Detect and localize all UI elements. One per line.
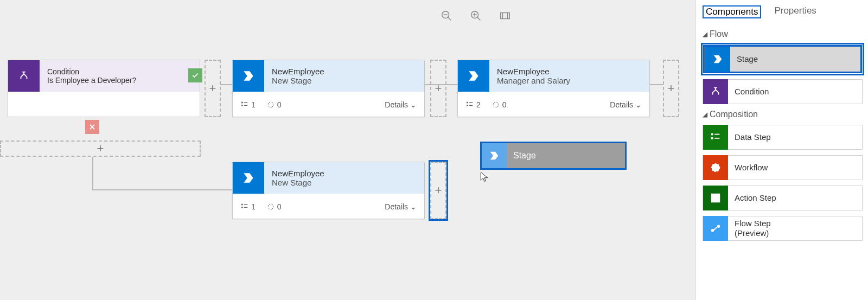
svg-rect-16 <box>467 105 468 106</box>
stage-name: New Stage <box>272 76 324 85</box>
svg-rect-18 <box>469 105 473 106</box>
workflows-count: 0 <box>266 100 282 109</box>
connector-line <box>92 189 232 190</box>
svg-point-14 <box>268 102 273 107</box>
collapse-icon: ◢ <box>703 30 707 38</box>
drop-zone[interactable]: + <box>205 60 221 117</box>
svg-rect-10 <box>241 102 243 104</box>
condition-no-badge <box>85 120 99 134</box>
connector-line <box>650 84 663 85</box>
stage-card[interactable]: NewEmployee Manager and Salary 2 0 Detai… <box>457 60 650 117</box>
drop-zone[interactable]: + <box>430 60 446 117</box>
stage-entity: NewEmployee <box>272 67 324 76</box>
fit-to-screen-button[interactable] <box>499 10 511 23</box>
panel-item-flow-step[interactable]: Flow Step (Preview) <box>703 216 863 241</box>
svg-rect-23 <box>244 207 248 208</box>
panel-tabs: Components Properties <box>703 0 863 26</box>
components-panel: Components Properties ◢ Flow Stage Condi… <box>695 0 868 300</box>
svg-point-24 <box>268 204 273 209</box>
svg-rect-13 <box>244 105 248 106</box>
drop-zone[interactable]: + <box>663 60 679 117</box>
panel-item-data-step[interactable]: Data Step <box>703 125 863 150</box>
svg-rect-12 <box>244 102 248 103</box>
svg-rect-7 <box>501 13 510 19</box>
drop-zone-active[interactable]: + <box>430 162 446 219</box>
group-header-composition[interactable]: ◢ Composition <box>703 110 863 119</box>
stage-chevron-icon <box>233 60 264 92</box>
group-header-flow[interactable]: ◢ Flow <box>703 29 863 39</box>
stage-chevron-icon <box>233 162 264 194</box>
process-canvas[interactable]: Condition Is Employee a Developer? + New… <box>0 0 695 300</box>
svg-rect-17 <box>469 102 473 103</box>
stage-card[interactable]: NewEmployee New Stage 1 0 Details ⌄ <box>232 60 425 117</box>
plus-icon: + <box>668 81 675 95</box>
panel-item-stage-frame: Stage <box>703 44 863 74</box>
svg-point-19 <box>493 102 498 107</box>
panel-item-action-step[interactable]: Action Step <box>703 186 863 210</box>
group-title: Composition <box>710 110 758 119</box>
tab-properties[interactable]: Properties <box>774 5 816 18</box>
stage-entity: NewEmployee <box>272 169 324 178</box>
svg-rect-21 <box>241 207 243 208</box>
drag-ghost-stage: Stage <box>482 143 625 168</box>
svg-rect-27 <box>714 134 719 135</box>
panel-item-label: Stage <box>730 54 758 64</box>
condition-card[interactable]: Condition Is Employee a Developer? <box>8 60 200 117</box>
connector-line <box>92 157 93 190</box>
steps-count: 2 <box>465 100 481 109</box>
chevron-down-icon: ⌄ <box>635 100 642 109</box>
chevron-down-icon: ⌄ <box>410 100 417 109</box>
stage-details-toggle[interactable]: Details ⌄ <box>385 202 417 211</box>
zoom-out-button[interactable] <box>441 10 452 23</box>
plus-icon: + <box>209 81 216 95</box>
stage-entity: NewEmployee <box>497 67 570 76</box>
condition-title: Condition <box>47 67 136 76</box>
workflows-count: 0 <box>266 202 282 211</box>
stage-chevron-icon <box>482 143 507 168</box>
svg-rect-26 <box>711 137 713 139</box>
panel-item-stage[interactable]: Stage <box>705 47 860 72</box>
branch-icon <box>703 79 728 104</box>
svg-line-4 <box>477 17 481 21</box>
panel-item-label: Data Step <box>728 132 771 142</box>
stage-name: New Stage <box>272 178 324 187</box>
collapse-icon: ◢ <box>703 111 707 118</box>
drop-zone[interactable]: + <box>0 141 201 157</box>
svg-rect-20 <box>241 204 243 206</box>
panel-item-label: Action Step <box>728 193 776 203</box>
zoom-in-button[interactable] <box>470 10 482 23</box>
svg-rect-15 <box>467 102 468 104</box>
branch-icon <box>8 60 40 92</box>
svg-rect-22 <box>244 204 248 205</box>
stage-details-toggle[interactable]: Details ⌄ <box>385 100 417 109</box>
panel-item-workflow[interactable]: Workflow <box>703 155 863 180</box>
plus-icon: + <box>435 81 442 95</box>
workflow-icon <box>703 155 728 180</box>
action-step-icon <box>703 186 728 210</box>
canvas-toolbar <box>441 10 511 23</box>
svg-rect-25 <box>711 133 713 136</box>
panel-item-condition[interactable]: Condition <box>703 79 863 104</box>
data-step-icon <box>703 125 728 150</box>
tab-components[interactable]: Components <box>703 5 761 18</box>
plus-icon: + <box>435 183 442 197</box>
svg-line-1 <box>448 17 451 21</box>
svg-rect-28 <box>714 138 719 139</box>
steps-count: 1 <box>240 202 256 211</box>
stage-details-toggle[interactable]: Details ⌄ <box>610 100 642 109</box>
svg-rect-11 <box>241 105 243 106</box>
panel-item-label: Workflow <box>728 163 768 173</box>
svg-point-29 <box>712 164 720 172</box>
panel-item-label: Flow Step (Preview) <box>728 219 771 238</box>
condition-subtitle: Is Employee a Developer? <box>47 76 136 85</box>
panel-item-label: Condition <box>728 87 769 97</box>
stage-name: Manager and Salary <box>497 76 570 85</box>
stage-chevron-icon <box>705 47 730 72</box>
condition-header: Condition Is Employee a Developer? <box>8 60 200 92</box>
workflows-count: 0 <box>492 100 507 109</box>
stage-card[interactable]: NewEmployee New Stage 1 0 Details ⌄ <box>232 162 425 219</box>
drag-ghost-label: Stage <box>507 151 536 161</box>
flow-step-icon <box>703 216 728 241</box>
chevron-down-icon: ⌄ <box>410 202 417 211</box>
group-title: Flow <box>710 29 728 39</box>
